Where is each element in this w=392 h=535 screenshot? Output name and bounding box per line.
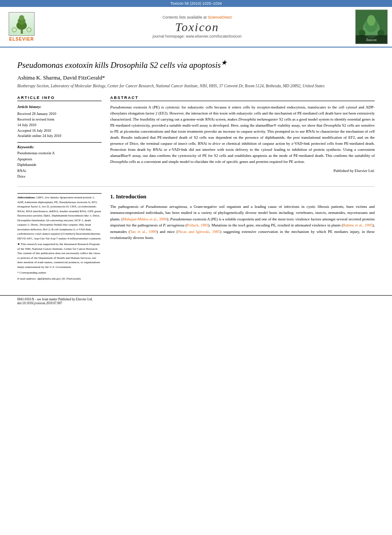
article-info-col: ARTICLE INFO Article history: Received 2…: [17, 96, 102, 180]
published-by: Published by Elsevier Ltd.: [110, 169, 375, 173]
intro-text-col: 1. Introduction The pathogenesis of Pseu…: [110, 193, 375, 282]
available-online: Available online 24 July 2010: [17, 133, 102, 139]
svg-point-5: [27, 28, 31, 32]
abstract-text: Pseudomonas exotoxin A (PE) is cytotoxic…: [110, 105, 375, 165]
footnotes-box: Abbreviations: LRP1, low density lipopro…: [17, 193, 102, 281]
article-title: Pseudomonas exotoxin kills Drosophila S2…: [17, 58, 375, 71]
journal-name: Toxicon: [43, 20, 351, 34]
page-footer: 0041-0101/$ – see front matter Published…: [0, 295, 392, 305]
abbrev-title: Abbreviations:: [17, 196, 35, 199]
ref-rahme[interactable]: Rahme et al., 1995: [343, 223, 373, 227]
journal-homepage: journal homepage: www.elsevier.com/locat…: [43, 34, 351, 38]
keyword-2: Apoptosis: [17, 156, 102, 162]
title-star: ★: [221, 59, 227, 66]
keywords-label: Keywords:: [17, 142, 102, 149]
abbrev-text: LRP1, low density lipoprotein-related pr…: [17, 196, 101, 240]
section-number: 1.: [110, 193, 115, 200]
svg-point-3: [19, 15, 24, 20]
affiliation: Biotherapy Section, Laboratory of Molecu…: [17, 83, 375, 89]
keyword-4: RNAi: [17, 168, 102, 174]
intro-section-title: 1. Introduction: [110, 193, 375, 200]
journal-header-center: Contents lists available at ScienceDirec…: [43, 15, 351, 38]
elsevier-wordmark: ELSEVIER: [4, 37, 39, 41]
section-divider: [17, 186, 375, 187]
intro-paragraph-1: The pathogenesis of Pseudomonas aerugino…: [110, 204, 375, 241]
ref-nicas[interactable]: Nicas and Iglewski, 1985: [178, 229, 220, 234]
accepted: Accepted 16 July 2010: [17, 128, 102, 134]
top-bar: Toxicon 56 (2010) 1025–1034: [0, 0, 392, 7]
svg-point-9: [367, 15, 375, 26]
title-italic-part: Pseudomonas: [17, 61, 63, 70]
abbreviations: Abbreviations: LRP1, low density lipopro…: [17, 195, 102, 241]
abstract-col: ABSTRACT Pseudomonas exotoxin A (PE) is …: [110, 96, 375, 180]
received-2: Received in revised form: [17, 117, 102, 122]
intro-body: The pathogenesis of Pseudomonas aerugino…: [110, 204, 375, 241]
title-text: exotoxin kills: [65, 61, 111, 70]
received-2-date: 14 July 2010: [17, 122, 102, 128]
ref-mahajan[interactable]: Mahajan-Miklos et al., 2000: [123, 217, 167, 221]
sciencedirect-line: Contents lists available at ScienceDirec…: [43, 15, 351, 19]
svg-text:Toxicon: Toxicon: [366, 38, 376, 42]
keyword-3: Diphthamide: [17, 162, 102, 168]
sciencedirect-link[interactable]: ScienceDirect: [208, 15, 232, 19]
article-info-heading: ARTICLE INFO: [17, 96, 102, 101]
abstract-heading: ABSTRACT: [110, 96, 375, 101]
section-name: Introduction: [116, 193, 147, 200]
email-line: E-mail address: djpf@helix.nih.gov (D. F…: [17, 277, 102, 281]
elsevier-tree-icon: [9, 12, 35, 36]
authors-text: Ashima K. Sharma, David FitzGerald*: [17, 74, 105, 81]
journal-thumbnail: Toxicon: [355, 10, 388, 44]
ref-pollack[interactable]: Pollack, 1983: [187, 223, 208, 227]
journal-header: ELSEVIER Contents lists available at Sci…: [0, 7, 392, 48]
doi-line: doi:10.1016/j.toxicon.2010.07.007: [17, 301, 375, 305]
elsevier-logo: ELSEVIER: [4, 12, 39, 41]
introduction-section: Abbreviations: LRP1, low density lipopro…: [17, 193, 375, 282]
corresponding-note: * Corresponding author.: [17, 271, 102, 275]
history-label: Article history:: [17, 105, 102, 109]
title-s2: S2 cells via apoptosis: [150, 61, 220, 70]
abstract-paragraph: Pseudomonas exotoxin A (PE) is cytotoxic…: [110, 105, 375, 165]
issn-line: 0041-0101/$ – see front matter Published…: [17, 297, 375, 301]
title-drosophila: Drosophila: [111, 61, 148, 70]
article-info-abstract-cols: ARTICLE INFO Article history: Received 2…: [17, 96, 375, 180]
received-1: Received 28 January 2010: [17, 111, 102, 117]
keywords-list: Pseudomonas exotoxin A Apoptosis Diphtha…: [17, 150, 102, 180]
svg-point-4: [12, 28, 16, 32]
ref-tan[interactable]: Tan et al., 1999: [130, 229, 157, 234]
footnotes-col: Abbreviations: LRP1, low density lipopro…: [17, 193, 102, 282]
journal-citation: Toxicon 56 (2010) 1025–1034: [170, 1, 222, 6]
authors-line: Ashima K. Sharma, David FitzGerald*: [17, 74, 375, 81]
keyword-1: Pseudomonas exotoxin A: [17, 150, 102, 156]
keyword-5: Drice: [17, 174, 102, 180]
star-footnote: ★ This research was supported by the Int…: [17, 242, 102, 269]
main-content: Pseudomonas exotoxin kills Drosophila S2…: [0, 48, 392, 289]
